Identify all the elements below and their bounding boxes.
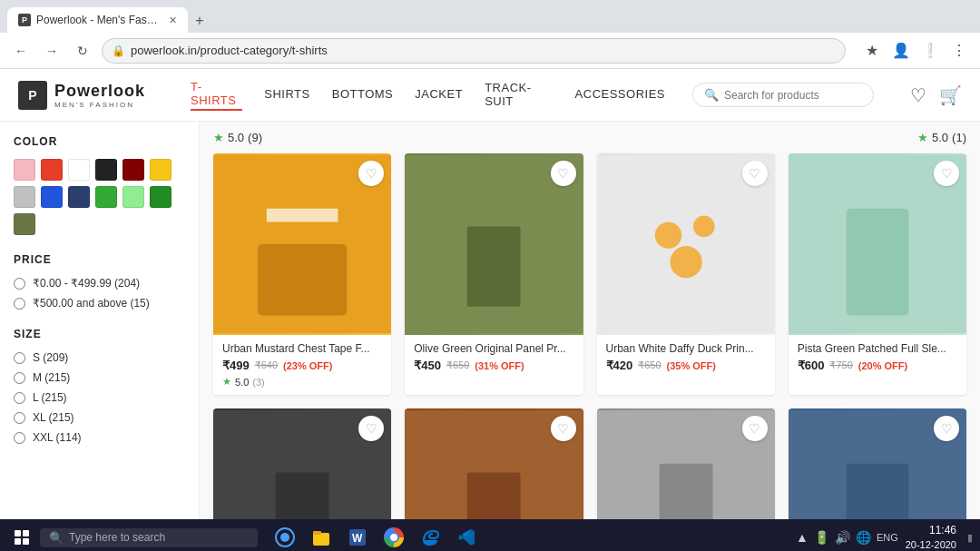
taskbar-app-files[interactable] bbox=[305, 521, 338, 551]
wishlist-btn-2[interactable]: ♡ bbox=[551, 161, 576, 186]
size-label-s: S (209) bbox=[33, 351, 68, 364]
color-swatch-green[interactable] bbox=[95, 186, 117, 208]
search-box[interactable]: 🔍 bbox=[692, 83, 874, 107]
extensions-button[interactable]: ❕ bbox=[918, 39, 942, 63]
taskbar-volume-icon[interactable]: 🔊 bbox=[835, 530, 850, 545]
price-option-low[interactable]: ₹0.00 - ₹499.99 (204) bbox=[14, 277, 185, 290]
taskbar-wifi-icon[interactable]: 🌐 bbox=[856, 530, 871, 545]
product-card-5[interactable]: ♡ Dark Casual Streetwear T... ₹399 ₹550 … bbox=[213, 408, 391, 519]
wishlist-btn-7[interactable]: ♡ bbox=[742, 416, 768, 441]
color-swatch-maroon[interactable] bbox=[122, 159, 144, 181]
profile-button[interactable]: 👤 bbox=[889, 39, 913, 63]
color-swatch-yellow[interactable] bbox=[150, 159, 172, 181]
product-rating-1: ★ 5.0 (3) bbox=[222, 376, 382, 388]
new-tab-button[interactable]: + bbox=[188, 9, 211, 33]
logo-icon: P bbox=[18, 81, 47, 110]
price-option-high[interactable]: ₹500.00 and above (15) bbox=[14, 297, 185, 310]
wishlist-button[interactable]: ♡ bbox=[910, 84, 926, 106]
color-swatch-white[interactable] bbox=[68, 159, 90, 181]
wishlist-btn-3[interactable]: ♡ bbox=[742, 161, 768, 186]
taskbar-search-box[interactable]: 🔍 bbox=[40, 528, 258, 547]
wishlist-btn-6[interactable]: ♡ bbox=[551, 416, 576, 441]
price-current-2: ₹450 bbox=[414, 359, 441, 372]
nav-tshirts[interactable]: T-SHIRTS bbox=[191, 80, 242, 111]
cart-button[interactable]: 🛒 bbox=[939, 84, 962, 106]
search-input[interactable] bbox=[724, 89, 851, 102]
windows-logo bbox=[15, 530, 29, 545]
svg-rect-4 bbox=[467, 226, 521, 306]
taskbar-search-input[interactable] bbox=[69, 531, 214, 544]
product-info-4: Pista Green Patched Full Sle... ₹600 ₹75… bbox=[789, 335, 966, 383]
address-bar[interactable]: 🔒 powerlook.in/product-category/t-shirts bbox=[102, 38, 846, 64]
nav-shirts[interactable]: SHIRTS bbox=[264, 87, 309, 103]
back-button[interactable]: ← bbox=[9, 39, 33, 63]
taskbar-notification-icon[interactable]: ▲ bbox=[796, 530, 808, 545]
color-swatch-pink[interactable] bbox=[14, 159, 35, 181]
color-swatch-olive[interactable] bbox=[14, 213, 35, 235]
price-filter-title: PRICE bbox=[14, 253, 185, 266]
size-option-xxl[interactable]: XXL (114) bbox=[14, 431, 185, 444]
product-pricing-2: ₹450 ₹650 (31% OFF) bbox=[414, 359, 573, 372]
taskbar-time-date: 11:46 20-12-2020 bbox=[906, 523, 956, 551]
product-card-4[interactable]: ♡ Pista Green Patched Full Sle... ₹600 ₹… bbox=[789, 153, 966, 395]
color-swatch-blue[interactable] bbox=[41, 186, 63, 208]
nav-bottoms[interactable]: BOTTOMS bbox=[332, 87, 394, 103]
svg-rect-2 bbox=[258, 244, 347, 316]
top-rating-count: (9) bbox=[248, 131, 262, 144]
price-current-4: ₹600 bbox=[798, 359, 825, 372]
menu-button[interactable]: ⋮ bbox=[947, 39, 971, 63]
product-card-8[interactable]: ♡ Denim Blue Casual Full Sl... ₹520 ₹699… bbox=[789, 408, 966, 519]
product-card-1[interactable]: ♡ Urban Mustard Chest Tape F... ₹499 ₹64… bbox=[213, 153, 391, 395]
start-button[interactable] bbox=[7, 523, 36, 551]
taskbar-lang: ENG bbox=[877, 532, 898, 543]
taskbar-app-chrome[interactable] bbox=[377, 521, 410, 551]
taskbar-app-vscode[interactable] bbox=[450, 521, 483, 551]
taskbar-desktop-btn[interactable]: ▮ bbox=[964, 532, 973, 544]
bookmark-button[interactable]: ★ bbox=[860, 39, 884, 63]
nav-tracksuit[interactable]: TRACK-SUIT bbox=[485, 81, 553, 110]
price-filter-section: PRICE ₹0.00 - ₹499.99 (204) ₹500.00 and … bbox=[14, 253, 185, 310]
size-option-l[interactable]: L (215) bbox=[14, 391, 185, 404]
product-info-2: Olive Green Original Panel Pr... ₹450 ₹6… bbox=[405, 335, 583, 383]
product-info-1: Urban Mustard Chest Tape F... ₹499 ₹640 … bbox=[213, 335, 391, 395]
size-label-xl: XL (215) bbox=[33, 411, 74, 424]
taskbar-app-cortana[interactable] bbox=[269, 521, 301, 551]
color-swatch-black[interactable] bbox=[95, 159, 117, 181]
tab-close-btn[interactable]: ✕ bbox=[169, 15, 177, 26]
forward-button[interactable]: → bbox=[40, 39, 64, 63]
size-filter-section: SIZE S (209) M (215) L (215) XL (215) bbox=[14, 328, 185, 444]
color-swatch-darkgreen[interactable] bbox=[150, 186, 172, 208]
site-wrapper: P Powerlook MEN'S FASHION T-SHIRTS SHIRT… bbox=[0, 69, 980, 519]
color-swatch-lightgreen[interactable] bbox=[122, 186, 144, 208]
site-logo[interactable]: P Powerlook MEN'S FASHION bbox=[18, 81, 145, 110]
browser-tab[interactable]: P Powerlook - Men's Fashion ✕ bbox=[7, 7, 188, 33]
product-card-7[interactable]: ♡ Grey Solid Round Neck T... ₹350 ₹480 (… bbox=[597, 408, 775, 519]
taskbar-app-edge[interactable] bbox=[414, 521, 446, 551]
reload-button[interactable]: ↻ bbox=[71, 39, 94, 63]
size-option-xl[interactable]: XL (215) bbox=[14, 411, 185, 424]
wishlist-btn-4[interactable]: ♡ bbox=[934, 161, 959, 186]
logo-text: Powerlook MEN'S FASHION bbox=[54, 82, 145, 109]
svg-point-6 bbox=[654, 221, 681, 248]
logo-sub: MEN'S FASHION bbox=[54, 101, 145, 109]
nav-accessories[interactable]: ACCESSORIES bbox=[575, 87, 665, 103]
product-card-6[interactable]: ♡ Brown Graphic Print Tee... ₹380 ₹499 (… bbox=[405, 408, 583, 519]
price-current-3: ₹420 bbox=[606, 359, 633, 372]
color-swatch-lightgrey[interactable] bbox=[14, 186, 35, 208]
size-option-m[interactable]: M (215) bbox=[14, 371, 185, 384]
svg-rect-14 bbox=[467, 473, 521, 519]
size-option-s[interactable]: S (209) bbox=[14, 351, 185, 364]
taskbar-app-word[interactable]: W bbox=[341, 521, 374, 551]
price-label-high: ₹500.00 and above (15) bbox=[33, 297, 150, 310]
color-swatch-navy[interactable] bbox=[68, 186, 90, 208]
product-card-3[interactable]: ♡ Urban White Daffy Duck Prin... ₹420 ₹6… bbox=[597, 153, 775, 395]
product-card-2[interactable]: ♡ Olive Green Original Panel Pr... ₹450 … bbox=[405, 153, 583, 395]
browser-controls: ← → ↻ 🔒 powerlook.in/product-category/t-… bbox=[0, 33, 980, 69]
product-pricing-1: ₹499 ₹640 (23% OFF) bbox=[222, 359, 382, 372]
product-name-3: Urban White Daffy Duck Prin... bbox=[606, 342, 766, 355]
nav-jacket[interactable]: JACKET bbox=[415, 87, 463, 103]
color-swatch-red[interactable] bbox=[41, 159, 63, 181]
taskbar-time: 11:46 bbox=[906, 523, 956, 538]
wishlist-btn-8[interactable]: ♡ bbox=[934, 416, 959, 441]
price-original-3: ₹650 bbox=[638, 359, 661, 371]
